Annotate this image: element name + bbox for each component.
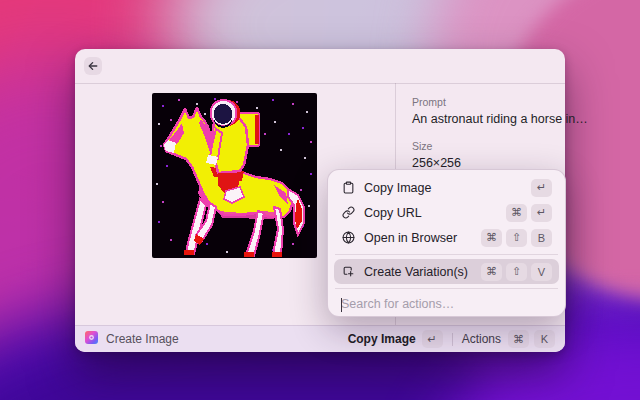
actions-search-input[interactable] <box>341 297 552 311</box>
primary-action-label: Copy Image <box>348 332 416 346</box>
menu-separator <box>335 254 558 255</box>
key-b: B <box>531 229 552 247</box>
actions-button[interactable]: Actions ⌘ K <box>462 330 555 348</box>
menu-item-label: Open in Browser <box>364 231 457 245</box>
extension-info: Create Image <box>85 330 179 348</box>
actions-menu: Copy Image ↵ Copy URL ⌘ ↵ <box>327 169 566 317</box>
actions-search <box>334 293 559 313</box>
key-cmd: ⌘ <box>481 229 502 247</box>
arrow-left-icon <box>87 60 99 72</box>
globe-icon <box>341 231 355 245</box>
menu-item-label: Copy Image <box>364 181 431 195</box>
generated-image <box>152 93 317 258</box>
key-cmd: ⌘ <box>506 204 527 222</box>
menu-item-copy-image[interactable]: Copy Image ↵ <box>334 175 559 200</box>
size-label: Size <box>412 140 557 152</box>
status-bar: Create Image Copy Image ↵ Actions ⌘ K <box>75 325 565 352</box>
primary-action-button[interactable]: Copy Image ↵ <box>348 330 443 348</box>
prompt-value: An astronaut riding a horse in… <box>412 112 557 126</box>
menu-item-open-in-browser[interactable]: Open in Browser ⌘ ⇧ B <box>334 225 559 250</box>
extension-name: Create Image <box>106 332 179 346</box>
size-value: 256×256 <box>412 156 557 170</box>
menu-item-label: Create Variation(s) <box>364 265 468 279</box>
text-caret <box>341 298 342 312</box>
window-header <box>75 49 565 84</box>
prompt-label: Prompt <box>412 96 557 108</box>
key-shift: ⇧ <box>506 229 527 247</box>
back-button[interactable] <box>84 57 102 75</box>
raycast-window: Prompt An astronaut riding a horse in… S… <box>75 49 565 352</box>
desktop: Prompt An astronaut riding a horse in… S… <box>0 0 640 400</box>
key-k: K <box>534 330 555 348</box>
key-cmd: ⌘ <box>508 330 529 348</box>
statusbar-divider <box>452 333 453 346</box>
menu-item-copy-url[interactable]: Copy URL ⌘ ↵ <box>334 200 559 225</box>
menu-item-label: Copy URL <box>364 206 422 220</box>
actions-button-label: Actions <box>462 332 501 346</box>
key-cmd: ⌘ <box>481 263 502 281</box>
dalle-app-icon <box>85 330 98 348</box>
key-v: V <box>531 263 552 281</box>
key-return: ↵ <box>422 330 443 348</box>
menu-item-create-variations[interactable]: Create Variation(s) ⌘ ⇧ V <box>334 259 559 284</box>
duplicate-plus-icon <box>341 265 355 279</box>
menu-separator <box>335 288 558 289</box>
link-icon <box>341 206 355 220</box>
key-return: ↵ <box>531 179 552 197</box>
key-return: ↵ <box>531 204 552 222</box>
clipboard-icon <box>341 181 355 195</box>
key-shift: ⇧ <box>506 263 527 281</box>
